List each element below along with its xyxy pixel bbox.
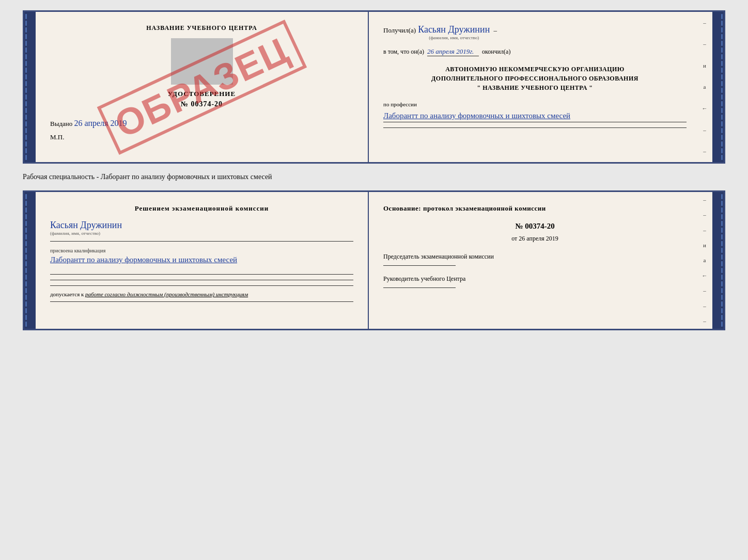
dopuskaetsya: допускается к работе согласно должностны…	[50, 291, 353, 297]
vydano-line: Выдано 26 апреля 2019	[50, 119, 353, 128]
right-markers-top: – – и а ← – –	[697, 12, 712, 162]
rukov-title: Руководитель учебного Центра	[383, 275, 465, 282]
right-markers-bottom: – – – и а ← – – –	[697, 192, 712, 329]
doc1-inner: НАЗВАНИЕ УЧЕБНОГО ЦЕНТРА УДОСТОВЕРЕНИЕ №…	[36, 12, 712, 162]
kvali-value: Лаборантт по анализу формовочных и шихто…	[50, 253, 353, 266]
org-line2: ДОПОЛНИТЕЛЬНОГО ПРОФЕССИОНАЛЬНОГО ОБРАЗО…	[383, 74, 687, 83]
org-line1: АВТОНОМНУЮ НЕКОММЕРЧЕСКУЮ ОРГАНИЗАЦИЮ	[383, 65, 687, 74]
predsedatel-title: Председатель экзаменационной комиссии	[383, 253, 494, 260]
po-professii-label: по профессии	[383, 101, 417, 107]
poluchil-prefix: Получил(а)	[383, 26, 416, 35]
prisvoena-label: присвоена квалификация	[50, 248, 353, 253]
bottom-document: Решением экзаменационной комиссии Касьян…	[23, 190, 725, 330]
bottom-left-spine	[24, 192, 36, 329]
dopusk-prefix: допускается к	[50, 291, 84, 297]
sign-lines	[50, 274, 353, 286]
doc2-left-panel: Решением экзаменационной комиссии Касьян…	[36, 192, 369, 329]
mp-line: М.П.	[50, 133, 353, 141]
osnov-title: Основание: протокол экзаменационной коми…	[383, 204, 687, 213]
top-document: НАЗВАНИЕ УЧЕБНОГО ЦЕНТРА УДОСТОВЕРЕНИЕ №…	[23, 10, 725, 164]
okonchil: окончил(а)	[482, 48, 510, 56]
ot-date-val: 26 апреля 2019	[519, 235, 558, 242]
professiya-value: Лаборантт по анализу формовочных и шихто…	[383, 109, 687, 122]
udost-number: № 00374-20	[50, 100, 353, 108]
predsedatel-block: Председатель экзаменационной комиссии	[383, 252, 687, 266]
professiya-block: по профессии Лаборантт по анализу формов…	[383, 101, 687, 128]
vtom-line: в том, что он(а) 26 апреля 2019г. окончи…	[383, 47, 687, 56]
predsedatel-sign-line	[383, 265, 456, 266]
bottom-right-spine	[712, 192, 724, 329]
fio-handwritten: Касьян Дружинин (фамилия, имя, отчество)	[50, 220, 353, 242]
commission-title: Решением экзаменационной комиссии	[50, 204, 353, 213]
right-spine	[712, 12, 724, 162]
rukov-block: Руководитель учебного Центра	[383, 274, 687, 288]
vydano-date: 26 апреля 2019	[74, 119, 127, 127]
vtom-date: 26 апреля 2019г.	[427, 47, 479, 56]
doc2-inner: Решением экзаменационной комиссии Касьян…	[36, 192, 712, 329]
subtitle-line: Рабочая специальность - Лаборант по анал…	[23, 173, 725, 181]
vydano-prefix: Выдано	[50, 120, 72, 127]
doc1-header: НАЗВАНИЕ УЧЕБНОГО ЦЕНТРА	[50, 24, 353, 32]
rukov-sign-line	[383, 287, 456, 288]
doc1-right-panel: Получил(а) Касьян Дружинин (фамилия, имя…	[369, 12, 712, 162]
received-line: Получил(а) Касьян Дружинин (фамилия, имя…	[383, 24, 687, 40]
ot-date: от 26 апреля 2019	[383, 235, 687, 243]
photo-placeholder	[171, 38, 233, 85]
fio-subtitle-top: (фамилия, имя, отчество)	[418, 35, 490, 40]
protocol-number: № 00374-20	[383, 222, 687, 231]
org-block: АВТОНОМНУЮ НЕКОММЕРЧЕСКУЮ ОРГАНИЗАЦИЮ ДО…	[383, 65, 687, 92]
udost-title: УДОСТОВЕРЕНИЕ	[50, 90, 353, 98]
recipient-name: Касьян Дружинин	[418, 24, 490, 35]
org-line3: " НАЗВАНИЕ УЧЕБНОГО ЦЕНТРА "	[383, 83, 687, 92]
ot-prefix: от	[511, 235, 517, 242]
commission-fio: Касьян Дружинин	[50, 220, 122, 230]
doc1-left-panel: НАЗВАНИЕ УЧЕБНОГО ЦЕНТРА УДОСТОВЕРЕНИЕ №…	[36, 12, 369, 162]
dopusk-val: работе согласно должностным (производств…	[85, 291, 248, 297]
udost-block: УДОСТОВЕРЕНИЕ № 00374-20	[50, 90, 353, 108]
doc2-right-panel: Основание: протокол экзаменационной коми…	[369, 192, 712, 329]
left-spine	[24, 12, 36, 162]
vtom-prefix: в том, что он(а)	[383, 48, 424, 56]
commission-fio-subtitle: (фамилия, имя, отчество)	[50, 231, 353, 236]
